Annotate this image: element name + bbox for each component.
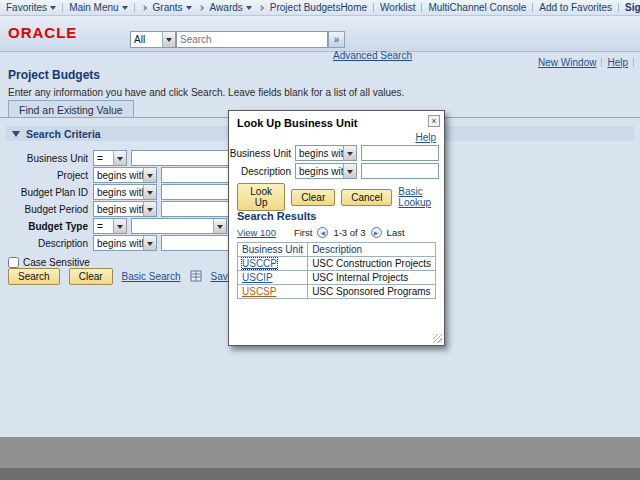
budget-type-label: Budget Type (8, 221, 88, 232)
divider (532, 3, 533, 12)
modal-business-unit-operator-select[interactable]: begins with (295, 145, 357, 161)
divider (601, 58, 602, 67)
business-unit-label: Business Unit (8, 153, 88, 164)
collapse-triangle-icon[interactable] (12, 131, 20, 137)
clear-button[interactable]: Clear (69, 268, 113, 285)
basic-search-link[interactable]: Basic Search (122, 271, 181, 282)
divider (373, 3, 374, 12)
case-sensitive-label: Case Sensitive (23, 257, 90, 268)
chevron-down-icon (143, 236, 156, 250)
worklist-link[interactable]: Worklist (380, 2, 415, 13)
main-menu[interactable]: Main Menu (69, 2, 127, 13)
breadcrumb-project-budgets[interactable]: Project Budgets (270, 2, 341, 13)
search-go-button[interactable]: » (328, 31, 345, 48)
favorites-menu[interactable]: Favorites (6, 2, 56, 13)
multichannel-console-link[interactable]: MultiChannel Console (428, 2, 526, 13)
result-description: USC Internal Projects (308, 271, 436, 285)
operator-value: begins with (299, 148, 343, 159)
window-links: New Window Help (538, 57, 634, 68)
look-up-button[interactable]: Look Up (237, 183, 285, 211)
table-row: USCIP USC Internal Projects (238, 271, 436, 285)
breadcrumb-awards[interactable]: Awards (210, 2, 252, 13)
budget-period-operator-select[interactable]: begins with (93, 201, 157, 217)
sign-out-link[interactable]: Sign out (625, 2, 640, 13)
chevron-down-icon (143, 185, 156, 199)
tab-find-existing-value[interactable]: Find an Existing Value (8, 100, 134, 118)
business-unit-operator-select[interactable]: = (93, 150, 127, 166)
favorites-label: Favorites (6, 2, 47, 13)
budget-period-label: Budget Period (8, 204, 88, 215)
modal-actions: Look Up Clear Cancel Basic Lookup (237, 183, 444, 211)
modal-help-link[interactable]: Help (415, 132, 436, 143)
chevron-down-icon (343, 164, 356, 178)
breadcrumb: Favorites Main Menu Grants Awards Projec… (6, 2, 340, 13)
modal-business-unit-input[interactable] (361, 145, 439, 161)
description-operator-select[interactable]: begins with (93, 235, 157, 251)
next-page-icon[interactable]: ▶ (371, 227, 382, 238)
results-table: Business Unit Description USCCP USC Cons… (237, 242, 436, 299)
pager-last-label[interactable]: Last (387, 227, 405, 238)
peoplesoft-window: Favorites Main Menu Grants Awards Projec… (0, 0, 640, 480)
result-link-uscsp[interactable]: USCSP (242, 286, 276, 297)
breadcrumb-label: Project Budgets (270, 2, 341, 13)
budget-type-value-select[interactable] (131, 218, 227, 234)
home-link[interactable]: Home (340, 2, 367, 13)
cancel-button[interactable]: Cancel (341, 189, 392, 206)
search-input[interactable] (176, 31, 328, 48)
operator-value: begins with (97, 238, 143, 249)
search-button[interactable]: Search (8, 268, 60, 285)
oracle-logo: ORACLE (8, 24, 77, 41)
project-label: Project (8, 170, 88, 181)
chevron-down-icon (162, 32, 175, 47)
lookup-business-unit-modal: Look Up Business Unit × Help Business Un… (228, 110, 445, 346)
resize-handle[interactable] (433, 334, 442, 343)
business-unit-input[interactable] (131, 150, 231, 166)
modal-clear-button[interactable]: Clear (291, 189, 335, 206)
operator-value: begins with (97, 204, 143, 215)
breadcrumb-separator-icon (198, 5, 204, 11)
modal-description-label: Description (229, 166, 291, 177)
result-link-uscip[interactable]: USCIP (242, 272, 273, 283)
add-to-favorites-link[interactable]: Add to Favorites (539, 2, 612, 13)
search-results-heading: Search Results (237, 210, 316, 222)
search-scope-value: All (134, 34, 162, 45)
result-description: USC Construction Projects (308, 257, 436, 271)
help-link[interactable]: Help (607, 57, 628, 68)
pager-range: 1-3 of 3 (333, 227, 365, 238)
operator-value: = (97, 221, 113, 232)
basic-lookup-link[interactable]: Basic Lookup (398, 186, 444, 208)
chevron-down-icon (213, 219, 226, 233)
modal-row-business-unit: Business Unit begins with (229, 145, 439, 161)
double-chevron-icon: » (334, 34, 340, 45)
operator-value: begins with (299, 166, 343, 177)
footer-gray-area (0, 437, 640, 480)
previous-page-icon[interactable]: ◀ (317, 227, 328, 238)
top-navigation-bar: Favorites Main Menu Grants Awards Projec… (0, 0, 640, 16)
divider (633, 58, 634, 67)
chevron-down-icon (143, 202, 156, 216)
budget-plan-id-operator-select[interactable]: begins with (93, 184, 157, 200)
operator-value: begins with (97, 187, 143, 198)
modal-row-description: Description begins with (229, 163, 439, 179)
new-window-link[interactable]: New Window (538, 57, 596, 68)
case-sensitive-checkbox[interactable] (8, 257, 19, 268)
chevron-down-icon (122, 6, 128, 13)
top-utility-links: Home Worklist MultiChannel Console Add t… (340, 2, 640, 13)
advanced-search-link[interactable]: Advanced Search (333, 50, 412, 61)
modal-title: Look Up Business Unit (237, 117, 357, 129)
result-link-usccp[interactable]: USCCP (242, 258, 277, 269)
modal-business-unit-label: Business Unit (229, 148, 291, 159)
budget-type-operator-select[interactable]: = (93, 218, 127, 234)
budget-plan-id-label: Budget Plan ID (8, 187, 88, 198)
pager-first-label[interactable]: First (294, 227, 312, 238)
view-100-link[interactable]: View 100 (237, 227, 276, 238)
close-icon[interactable]: × (428, 115, 440, 127)
project-operator-select[interactable]: begins with (93, 167, 157, 183)
modal-description-operator-select[interactable]: begins with (295, 163, 357, 179)
breadcrumb-grants[interactable]: Grants (153, 2, 192, 13)
divider (618, 3, 619, 12)
chevron-down-icon (113, 151, 126, 165)
divider (421, 3, 422, 12)
search-scope-select[interactable]: All (130, 31, 176, 48)
modal-description-input[interactable] (361, 163, 439, 179)
